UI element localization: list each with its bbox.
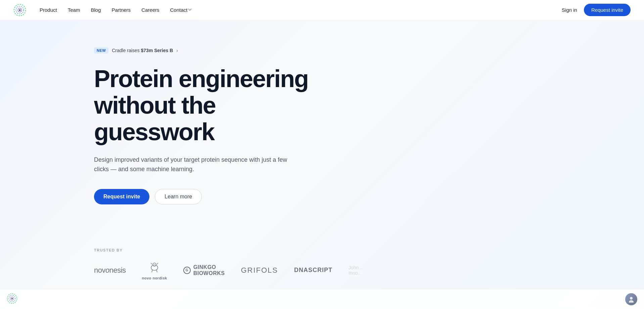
chevron-down-icon	[189, 9, 192, 11]
dnascript-logo: DNASCRIPT	[294, 267, 332, 274]
trusted-label: TRUSTED BY	[94, 248, 644, 252]
nav-team[interactable]: Team	[68, 7, 80, 13]
svg-point-4	[151, 265, 158, 270]
svg-point-3	[19, 9, 21, 11]
request-invite-hero-button[interactable]: Request invite	[94, 189, 149, 204]
trusted-by-section: TRUSTED BY novonesis	[0, 248, 644, 280]
hero-section: NEW Cradle raises $73m Series B › Protei…	[0, 20, 322, 248]
novonesis-logo: novonesis	[94, 266, 126, 275]
main-content: NEW Cradle raises $73m Series B › Protei…	[0, 0, 644, 309]
svg-line-6	[151, 263, 152, 264]
company-logos: novonesis novo nordisk	[94, 260, 644, 280]
announcement-badge: NEW	[94, 47, 108, 53]
ginkgo-bioworks-logo: G GINKGOBIOWORKS	[183, 264, 225, 276]
nav-contact[interactable]: Contact	[170, 7, 192, 13]
svg-point-15	[629, 300, 634, 303]
nav-logo[interactable]	[13, 4, 26, 16]
sign-in-button[interactable]: Sign in	[562, 7, 577, 13]
hero-heading: Protein engineering without the guesswor…	[94, 66, 322, 146]
announcement-text: Cradle raises $73m Series B	[112, 48, 173, 53]
svg-line-8	[152, 270, 152, 272]
announcement-arrow-icon: ›	[176, 48, 178, 53]
announcement-banner[interactable]: NEW Cradle raises $73m Series B ›	[94, 47, 178, 53]
nav-blog[interactable]: Blog	[91, 7, 101, 13]
bottom-bar	[0, 289, 644, 309]
nav-careers[interactable]: Careers	[141, 7, 159, 13]
bottom-logo	[7, 293, 17, 305]
nav-partners[interactable]: Partners	[111, 7, 131, 13]
grifols-logo: GRIFOLS	[241, 266, 278, 275]
avatar	[625, 293, 637, 305]
svg-line-7	[157, 263, 158, 264]
svg-point-14	[630, 297, 633, 300]
svg-point-5	[153, 263, 156, 266]
cta-buttons: Request invite Learn more	[94, 189, 322, 204]
nav-links: Product Team Blog Partners Careers Conta…	[40, 7, 562, 13]
hero-subtext: Design improved variants of your target …	[94, 155, 302, 175]
svg-point-13	[11, 298, 13, 299]
navbar: Product Team Blog Partners Careers Conta…	[0, 0, 644, 20]
nav-product[interactable]: Product	[40, 7, 57, 13]
nav-right: Sign in Request invite	[562, 4, 631, 16]
novo-nordisk-logo: novo nordisk	[142, 260, 167, 280]
learn-more-button[interactable]: Learn more	[155, 189, 202, 204]
svg-line-9	[156, 270, 157, 272]
johnson-logo: John...Inno...	[349, 265, 363, 276]
request-invite-nav-button[interactable]: Request invite	[584, 4, 631, 16]
